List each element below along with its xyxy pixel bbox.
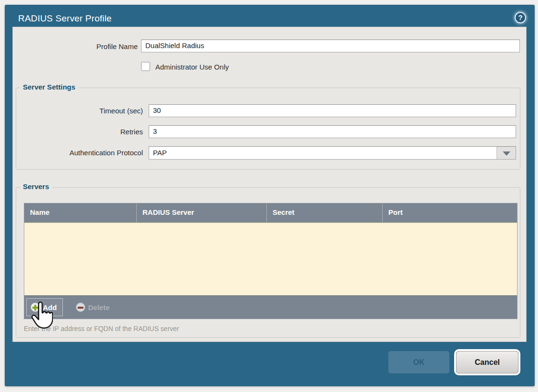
ok-button[interactable]: OK <box>388 351 449 373</box>
radius-server-profile-dialog: RADIUS Server Profile ? Profile Name Dua… <box>5 5 535 386</box>
administrator-use-only-checkbox[interactable] <box>141 62 150 71</box>
profile-name-label: Profile Name <box>13 42 138 50</box>
dialog-content: Profile Name DualShield Radius Administr… <box>12 27 527 342</box>
add-button-label: Add <box>43 303 57 312</box>
timeout-label: Timeout (sec) <box>100 107 143 115</box>
server-settings-fieldset: Server Settings Timeout (sec) 30 Retries… <box>16 88 520 170</box>
retries-input[interactable]: 3 <box>149 125 516 138</box>
administrator-use-only-label: Administrator Use Only <box>155 63 229 71</box>
authentication-protocol-label: Authentication Protocol <box>70 149 143 157</box>
authentication-protocol-value: PAP <box>153 149 167 157</box>
servers-table-header: Name RADIUS Server Secret Port <box>24 203 517 222</box>
column-header-port[interactable]: Port <box>382 203 517 222</box>
cancel-button[interactable]: Cancel <box>456 351 518 373</box>
column-header-name[interactable]: Name <box>24 203 136 222</box>
help-icon[interactable]: ? <box>515 12 526 23</box>
servers-legend: Servers <box>20 182 52 191</box>
column-header-radius-server[interactable]: RADIUS Server <box>136 203 266 222</box>
servers-fieldset: Servers Name RADIUS Server Secret Port A… <box>16 187 520 338</box>
delete-button-label: Delete <box>88 303 110 312</box>
dialog-title: RADIUS Server Profile <box>18 13 112 24</box>
retries-label: Retries <box>120 128 143 136</box>
add-button[interactable]: Add <box>26 298 63 316</box>
servers-helper-text: Enter the IP address or FQDN of the RADI… <box>24 325 179 332</box>
authentication-protocol-dropdown[interactable]: PAP <box>149 146 516 160</box>
delete-minus-icon <box>76 302 85 312</box>
page-background: RADIUS Server Profile ? Profile Name Dua… <box>0 0 538 392</box>
dropdown-arrow-button[interactable] <box>497 147 516 159</box>
servers-table-body-empty[interactable] <box>24 222 517 295</box>
add-plus-icon <box>30 302 40 312</box>
chevron-down-icon <box>503 151 510 156</box>
servers-table: Name RADIUS Server Secret Port Add <box>24 203 518 319</box>
profile-name-input[interactable]: DualShield Radius <box>141 40 520 52</box>
delete-button[interactable]: Delete <box>72 298 115 316</box>
column-header-secret[interactable]: Secret <box>266 203 382 222</box>
timeout-input[interactable]: 30 <box>149 104 516 117</box>
servers-table-footer: Add Delete <box>24 295 517 319</box>
server-settings-legend: Server Settings <box>20 83 78 91</box>
